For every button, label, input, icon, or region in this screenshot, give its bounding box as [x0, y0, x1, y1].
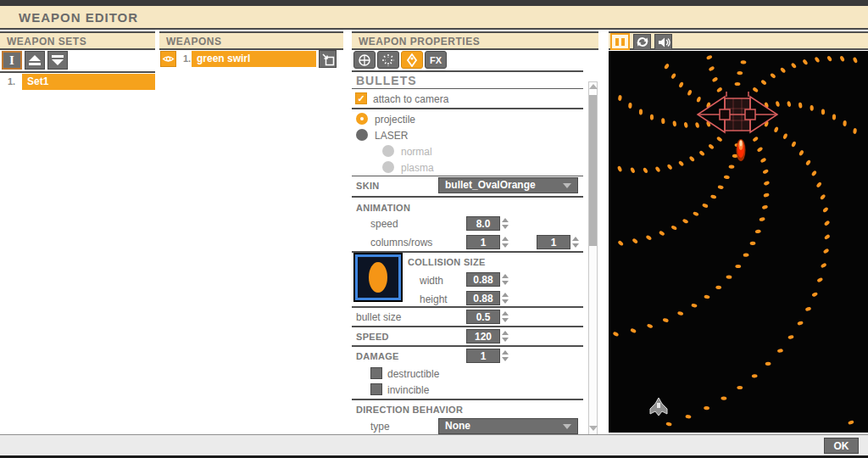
weapons-title: WEAPONS [166, 36, 222, 47]
collision-size-label: COLLISION SIZE [408, 257, 486, 267]
skin-dropdown[interactable]: bullet_OvalOrange [438, 177, 578, 193]
divider [352, 306, 583, 308]
scrollbar-thumb[interactable] [589, 95, 597, 246]
columns-rows-label: columns/rows [370, 237, 432, 249]
laser-plasma-radio[interactable] [382, 161, 394, 173]
speed-stepper[interactable] [502, 329, 510, 344]
top-strip [0, 0, 868, 6]
destructible-label: destructible [387, 368, 439, 380]
move-set-down-button[interactable] [47, 51, 68, 70]
refresh-icon [636, 36, 649, 48]
skin-value: bullet_OvalOrange [445, 179, 536, 191]
divider [352, 88, 583, 89]
direction-type-value: None [445, 420, 470, 432]
bullet-icon [405, 53, 419, 67]
chevron-down-icon [563, 424, 571, 429]
scroll-up-arrow[interactable] [589, 84, 598, 89]
collision-height-label: height [420, 293, 448, 305]
laser-radio[interactable] [356, 129, 368, 141]
weapon-list-item[interactable]: green swirl [192, 51, 316, 67]
window-title: WEAPON EDITOR [19, 10, 138, 25]
direction-type-label: type [370, 421, 390, 433]
damage-input[interactable]: 1 [466, 349, 500, 363]
collision-width-label: width [420, 275, 443, 287]
move-set-up-button[interactable] [25, 51, 45, 70]
collision-height-input[interactable]: 0.88 [466, 291, 500, 305]
sound-button[interactable] [654, 34, 672, 50]
text-insert-icon: I [9, 54, 14, 67]
divider [352, 251, 583, 253]
chevron-down-icon [563, 183, 571, 188]
gun-circle-icon [358, 53, 371, 67]
scroll-down-arrow[interactable] [589, 426, 598, 431]
pause-icon [615, 38, 619, 46]
weapon-visibility-button[interactable] [160, 51, 176, 67]
set-row-number: 1. [8, 76, 15, 87]
weapon-preview [609, 51, 868, 433]
bullet-size-label: bullet size [356, 311, 401, 323]
loop-button[interactable] [633, 34, 651, 50]
bullet-size-input[interactable]: 0.5 [466, 310, 500, 324]
laser-normal-label: normal [401, 146, 432, 158]
insert-set-button[interactable]: I [2, 51, 22, 70]
divider [352, 196, 583, 198]
columns-stepper[interactable] [502, 235, 510, 249]
tab-fx[interactable]: FX [425, 51, 447, 69]
rows-stepper[interactable] [572, 235, 581, 249]
attach-to-camera-checkbox[interactable]: ✓ [355, 92, 367, 104]
bullet-size-stepper[interactable] [502, 310, 510, 324]
tab-gun[interactable] [353, 51, 376, 69]
destructible-checkbox[interactable] [370, 367, 382, 379]
fx-tab-label: FX [430, 55, 442, 65]
direction-type-dropdown[interactable]: None [438, 418, 578, 434]
collision-width-stepper[interactable] [502, 272, 510, 287]
invincible-checkbox[interactable] [370, 383, 382, 395]
eject-up-icon [28, 54, 42, 66]
assign-weapon-button[interactable] [319, 50, 337, 68]
projectile-label: projectile [375, 114, 415, 126]
divider [0, 71, 155, 73]
collision-width-input[interactable]: 0.88 [466, 272, 500, 287]
anim-speed-input[interactable]: 8.0 [466, 216, 500, 231]
animation-label: ANIMATION [356, 203, 410, 213]
tab-bullets[interactable] [401, 51, 423, 69]
anim-speed-label: speed [370, 218, 398, 230]
set-list-item[interactable]: Set1 [22, 74, 155, 90]
title-bar: WEAPON EDITOR [0, 6, 868, 30]
speaker-icon [657, 36, 670, 49]
weapon-properties-title: WEAPON PROPERTIES [359, 36, 480, 47]
attach-to-camera-label: attach to camera [373, 93, 448, 105]
flame-bullet-sprite [737, 139, 746, 161]
projectile-radio[interactable] [356, 113, 368, 125]
divider [352, 399, 583, 400]
skin-label: SKIN [356, 181, 379, 191]
weapon-row-number: 1. [183, 53, 191, 64]
damage-label: DAMAGE [356, 351, 399, 361]
anim-speed-stepper[interactable] [502, 216, 510, 231]
bullets-section-title: BULLETS [356, 74, 417, 87]
weapon-editor-window: WEAPON EDITOR WEAPON SETS I 1. Set1 WEAP… [0, 0, 868, 458]
columns-input[interactable]: 1 [466, 235, 500, 249]
eject-down-icon [51, 54, 64, 66]
divider [352, 70, 583, 72]
laser-plasma-label: plasma [401, 162, 434, 174]
speed-label: SPEED [356, 332, 389, 342]
weapon-properties-header: WEAPON PROPERTIES [352, 31, 598, 50]
bullet-skin-thumbnail [355, 254, 401, 300]
collision-height-stepper[interactable] [502, 291, 510, 305]
speed-input[interactable]: 120 [466, 329, 500, 344]
pause-button[interactable] [610, 33, 630, 50]
bullet-oval-sprite [369, 262, 387, 293]
tab-emitter[interactable] [377, 51, 399, 69]
weapon-sets-title: WEAPON SETS [7, 36, 86, 47]
ok-button[interactable]: OK [824, 438, 859, 454]
eye-icon [162, 53, 175, 65]
damage-stepper[interactable] [502, 349, 510, 363]
preview-canvas [609, 53, 868, 433]
burst-icon [381, 53, 395, 67]
rows-input[interactable]: 1 [537, 235, 570, 249]
divider [352, 108, 583, 109]
laser-normal-radio[interactable] [382, 145, 394, 157]
direction-behavior-label: DIRECTION BEHAVIOR [356, 405, 463, 415]
weapon-sets-header: WEAPON SETS [0, 31, 155, 50]
